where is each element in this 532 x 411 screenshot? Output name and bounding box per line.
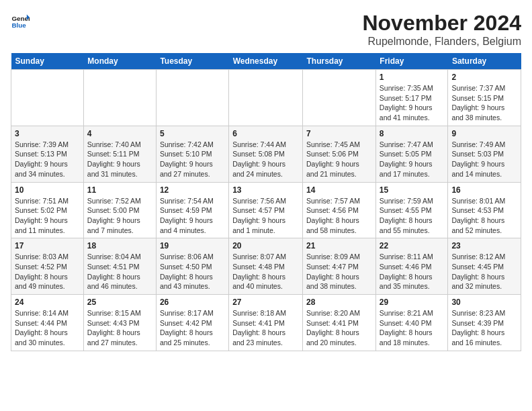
table-row: 10Sunrise: 7:51 AM Sunset: 5:02 PM Dayli… — [11, 182, 84, 238]
day-info: Sunrise: 8:18 AM Sunset: 4:41 PM Dayligh… — [232, 308, 299, 348]
day-number: 21 — [306, 241, 372, 250]
day-number: 23 — [451, 241, 517, 250]
day-info: Sunrise: 7:59 AM Sunset: 4:55 PM Dayligh… — [380, 196, 445, 236]
day-info: Sunrise: 7:49 AM Sunset: 5:03 PM Dayligh… — [451, 140, 517, 179]
day-number: 13 — [232, 185, 299, 195]
table-row — [303, 70, 376, 126]
day-number: 20 — [232, 241, 299, 250]
day-info: Sunrise: 8:09 AM Sunset: 4:47 PM Dayligh… — [306, 252, 372, 291]
day-info: Sunrise: 8:15 AM Sunset: 4:43 PM Dayligh… — [87, 308, 152, 348]
table-row: 26Sunrise: 8:17 AM Sunset: 4:42 PM Dayli… — [156, 295, 228, 351]
table-row: 8Sunrise: 7:47 AM Sunset: 5:05 PM Daylig… — [375, 126, 448, 182]
table-row: 15Sunrise: 7:59 AM Sunset: 4:55 PM Dayli… — [375, 182, 448, 238]
day-info: Sunrise: 7:54 AM Sunset: 4:59 PM Dayligh… — [160, 196, 225, 236]
day-info: Sunrise: 7:39 AM Sunset: 5:13 PM Dayligh… — [15, 140, 80, 179]
calendar-week-row: 3Sunrise: 7:39 AM Sunset: 5:13 PM Daylig… — [11, 126, 521, 182]
day-number: 11 — [87, 185, 152, 195]
table-row: 2Sunrise: 7:37 AM Sunset: 5:15 PM Daylig… — [448, 70, 521, 126]
day-number: 10 — [15, 185, 80, 195]
day-number: 19 — [160, 241, 225, 250]
day-info: Sunrise: 7:45 AM Sunset: 5:06 PM Dayligh… — [306, 140, 372, 179]
table-row: 7Sunrise: 7:45 AM Sunset: 5:06 PM Daylig… — [303, 126, 376, 182]
table-row: 12Sunrise: 7:54 AM Sunset: 4:59 PM Dayli… — [156, 182, 228, 238]
day-info: Sunrise: 8:23 AM Sunset: 4:39 PM Dayligh… — [451, 308, 517, 348]
day-number: 8 — [380, 129, 445, 138]
day-info: Sunrise: 8:17 AM Sunset: 4:42 PM Dayligh… — [160, 308, 225, 348]
day-info: Sunrise: 7:40 AM Sunset: 5:11 PM Dayligh… — [87, 140, 152, 179]
svg-text:Blue: Blue — [11, 21, 26, 29]
header-tuesday: Tuesday — [156, 53, 228, 70]
table-row: 29Sunrise: 8:21 AM Sunset: 4:40 PM Dayli… — [375, 295, 448, 351]
calendar-header-row: Sunday Monday Tuesday Wednesday Thursday… — [11, 53, 521, 70]
day-number: 1 — [380, 73, 445, 82]
day-info: Sunrise: 7:37 AM Sunset: 5:15 PM Dayligh… — [451, 83, 517, 123]
table-row: 27Sunrise: 8:18 AM Sunset: 4:41 PM Dayli… — [229, 295, 303, 351]
day-info: Sunrise: 7:52 AM Sunset: 5:00 PM Dayligh… — [87, 196, 152, 236]
table-row: 22Sunrise: 8:11 AM Sunset: 4:46 PM Dayli… — [375, 238, 448, 295]
day-info: Sunrise: 7:57 AM Sunset: 4:56 PM Dayligh… — [306, 196, 372, 236]
header-saturday: Saturday — [448, 53, 521, 70]
header-monday: Monday — [83, 53, 156, 70]
day-number: 5 — [160, 129, 225, 138]
table-row — [11, 70, 84, 126]
day-info: Sunrise: 8:20 AM Sunset: 4:41 PM Dayligh… — [306, 308, 372, 348]
day-number: 18 — [87, 241, 152, 250]
table-row — [83, 70, 156, 126]
table-row: 19Sunrise: 8:06 AM Sunset: 4:50 PM Dayli… — [156, 238, 228, 295]
logo: General Blue — [11, 11, 30, 30]
day-info: Sunrise: 8:01 AM Sunset: 4:53 PM Dayligh… — [451, 196, 517, 236]
day-info: Sunrise: 7:56 AM Sunset: 4:57 PM Dayligh… — [232, 196, 299, 236]
table-row: 1Sunrise: 7:35 AM Sunset: 5:17 PM Daylig… — [375, 70, 448, 126]
table-row: 14Sunrise: 7:57 AM Sunset: 4:56 PM Dayli… — [303, 182, 376, 238]
page-header: General Blue November 2024 Rupelmonde, F… — [11, 11, 521, 48]
day-number: 17 — [15, 241, 80, 250]
table-row: 11Sunrise: 7:52 AM Sunset: 5:00 PM Dayli… — [83, 182, 156, 238]
day-number: 7 — [306, 129, 372, 138]
day-number: 16 — [451, 185, 517, 195]
day-number: 27 — [232, 298, 299, 307]
calendar-week-row: 10Sunrise: 7:51 AM Sunset: 5:02 PM Dayli… — [11, 182, 521, 238]
day-info: Sunrise: 8:04 AM Sunset: 4:51 PM Dayligh… — [87, 252, 152, 291]
day-number: 12 — [160, 185, 225, 195]
header-sunday: Sunday — [11, 53, 84, 70]
day-number: 29 — [380, 298, 445, 307]
day-number: 4 — [87, 129, 152, 138]
table-row — [156, 70, 228, 126]
calendar-week-row: 24Sunrise: 8:14 AM Sunset: 4:44 PM Dayli… — [11, 295, 521, 351]
table-row: 21Sunrise: 8:09 AM Sunset: 4:47 PM Dayli… — [303, 238, 376, 295]
table-row: 24Sunrise: 8:14 AM Sunset: 4:44 PM Dayli… — [11, 295, 84, 351]
page-subtitle: Rupelmonde, Flanders, Belgium — [362, 36, 521, 48]
table-row: 9Sunrise: 7:49 AM Sunset: 5:03 PM Daylig… — [448, 126, 521, 182]
day-number: 25 — [87, 298, 152, 307]
day-info: Sunrise: 8:07 AM Sunset: 4:48 PM Dayligh… — [232, 252, 299, 291]
day-number: 24 — [15, 298, 80, 307]
calendar-week-row: 17Sunrise: 8:03 AM Sunset: 4:52 PM Dayli… — [11, 238, 521, 295]
table-row: 20Sunrise: 8:07 AM Sunset: 4:48 PM Dayli… — [229, 238, 303, 295]
day-number: 2 — [451, 73, 517, 82]
day-number: 30 — [451, 298, 517, 307]
table-row: 30Sunrise: 8:23 AM Sunset: 4:39 PM Dayli… — [448, 295, 521, 351]
day-number: 9 — [451, 129, 517, 138]
header-thursday: Thursday — [303, 53, 376, 70]
table-row: 13Sunrise: 7:56 AM Sunset: 4:57 PM Dayli… — [229, 182, 303, 238]
table-row: 3Sunrise: 7:39 AM Sunset: 5:13 PM Daylig… — [11, 126, 84, 182]
day-info: Sunrise: 7:51 AM Sunset: 5:02 PM Dayligh… — [15, 196, 80, 236]
day-info: Sunrise: 7:47 AM Sunset: 5:05 PM Dayligh… — [380, 140, 445, 179]
day-info: Sunrise: 8:21 AM Sunset: 4:40 PM Dayligh… — [380, 308, 445, 348]
table-row: 5Sunrise: 7:42 AM Sunset: 5:10 PM Daylig… — [156, 126, 228, 182]
table-row: 6Sunrise: 7:44 AM Sunset: 5:08 PM Daylig… — [229, 126, 303, 182]
day-info: Sunrise: 8:11 AM Sunset: 4:46 PM Dayligh… — [380, 252, 445, 291]
logo-icon: General Blue — [11, 11, 30, 30]
day-number: 15 — [380, 185, 445, 195]
day-info: Sunrise: 8:12 AM Sunset: 4:45 PM Dayligh… — [451, 252, 517, 291]
calendar-week-row: 1Sunrise: 7:35 AM Sunset: 5:17 PM Daylig… — [11, 70, 521, 126]
table-row: 17Sunrise: 8:03 AM Sunset: 4:52 PM Dayli… — [11, 238, 84, 295]
day-number: 22 — [380, 241, 445, 250]
table-row — [229, 70, 303, 126]
header-friday: Friday — [375, 53, 448, 70]
day-info: Sunrise: 8:14 AM Sunset: 4:44 PM Dayligh… — [15, 308, 80, 348]
day-number: 3 — [15, 129, 80, 138]
day-info: Sunrise: 7:35 AM Sunset: 5:17 PM Dayligh… — [380, 83, 445, 123]
calendar-table: Sunday Monday Tuesday Wednesday Thursday… — [11, 53, 521, 351]
table-row: 18Sunrise: 8:04 AM Sunset: 4:51 PM Dayli… — [83, 238, 156, 295]
